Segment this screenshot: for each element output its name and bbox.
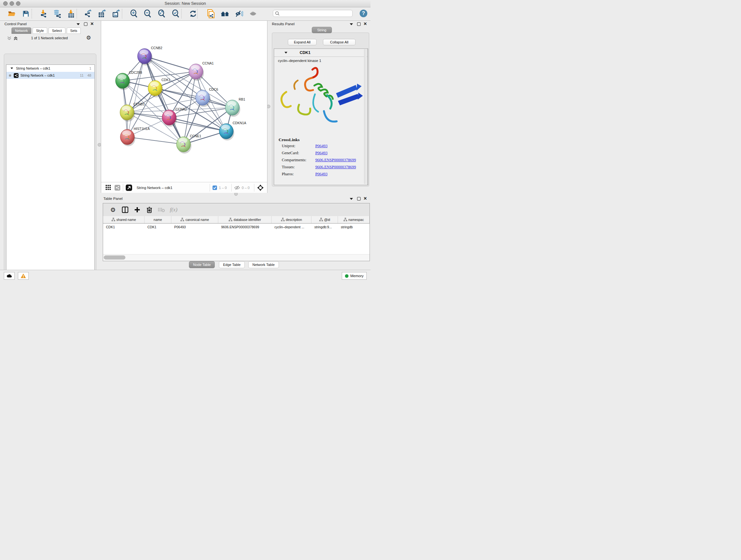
- hierarchy-icon: [343, 218, 347, 222]
- show-columns-icon[interactable]: [119, 205, 131, 214]
- import-network-from-file-icon[interactable]: [38, 9, 49, 18]
- function-builder-icon[interactable]: f(x): [167, 205, 180, 214]
- hidden-eye-icon[interactable]: [234, 186, 240, 190]
- open-session-icon[interactable]: [6, 9, 17, 18]
- pan-crosshair-icon[interactable]: [257, 184, 264, 191]
- results-scrollbar[interactable]: [364, 49, 367, 184]
- hidden-count: 0 – 0: [242, 186, 250, 190]
- tab-network-table[interactable]: Network Table: [248, 261, 279, 268]
- import-network-from-database-icon[interactable]: [52, 9, 63, 18]
- zoom-in-icon[interactable]: [129, 9, 139, 18]
- hierarchy-icon: [319, 218, 323, 222]
- memory-button[interactable]: Memory: [342, 272, 367, 280]
- column-header-description[interactable]: description: [272, 216, 312, 223]
- table-horizontal-scrollbar[interactable]: [103, 254, 369, 261]
- tab-sets[interactable]: Sets: [67, 27, 81, 34]
- export-table-icon[interactable]: [96, 9, 107, 18]
- network-edge[interactable]: [127, 56, 145, 137]
- network-share-icon: [14, 73, 18, 78]
- delete-table-icon[interactable]: [155, 205, 167, 214]
- save-session-icon[interactable]: [20, 9, 31, 18]
- tab-string[interactable]: String: [312, 27, 332, 33]
- node-count: 11: [80, 73, 83, 77]
- tab-select[interactable]: Select: [49, 27, 65, 34]
- crosslink-link[interactable]: P06493: [315, 151, 327, 155]
- expand-all-button[interactable]: Expand All: [288, 39, 317, 45]
- crosslink-link[interactable]: P06493: [315, 144, 327, 148]
- table-settings-gear-icon[interactable]: ⚙: [107, 205, 119, 214]
- tab-edge-table[interactable]: Edge Table: [219, 261, 245, 268]
- open-in-new-window-icon[interactable]: [126, 185, 132, 191]
- crosslink-link[interactable]: 9606.ENSP00000378699: [315, 165, 356, 170]
- network-overview-share-icon[interactable]: [115, 185, 120, 191]
- network-canvas[interactable]: CCNB2CCNA1CDC25BCDK1CDC6RB1CCNB1CCNA2CDK…: [101, 21, 267, 182]
- show-all-icon[interactable]: [248, 9, 259, 18]
- birdseye-grid-icon[interactable]: [106, 185, 111, 191]
- zoom-selected-icon[interactable]: [171, 9, 181, 18]
- clone-network-icon[interactable]: [205, 9, 216, 18]
- scrollbar-thumb[interactable]: [104, 255, 125, 260]
- column-header-namespac[interactable]: namespac: [338, 216, 369, 223]
- search-input[interactable]: [281, 11, 352, 16]
- collapse-panel-icon[interactable]: [77, 23, 80, 25]
- zoom-fit-icon[interactable]: [156, 9, 167, 18]
- string-home-icon[interactable]: [219, 9, 230, 18]
- crosslink-row: Pharos:P06493: [282, 172, 367, 177]
- close-panel-icon[interactable]: ✕: [90, 21, 94, 26]
- export-network-icon[interactable]: [82, 9, 93, 18]
- crosslink-link[interactable]: P06493: [315, 172, 327, 177]
- tab-style[interactable]: Style: [32, 27, 47, 34]
- delete-column-icon[interactable]: [143, 205, 155, 214]
- zoom-out-icon[interactable]: [142, 9, 153, 18]
- network-node-CCNA1[interactable]: CCNA1: [189, 61, 214, 81]
- close-results-icon[interactable]: ✕: [363, 21, 367, 26]
- selected-checkbox-icon[interactable]: [212, 186, 217, 190]
- column-header-database-identifier[interactable]: database identifier: [218, 216, 272, 223]
- title-bar: Session: New Session: [0, 0, 370, 7]
- column-header-label: @id: [324, 218, 330, 222]
- column-header--id[interactable]: @id: [312, 216, 338, 223]
- warnings-button[interactable]: [18, 272, 29, 280]
- network-edge[interactable]: [127, 137, 184, 144]
- column-header-shared-name[interactable]: shared name: [103, 216, 145, 223]
- network-edge[interactable]: [145, 56, 184, 144]
- tab-node-table[interactable]: Node Table: [189, 261, 215, 268]
- node-label: CCNB2: [151, 46, 162, 50]
- import-table-from-file-icon[interactable]: [66, 9, 77, 18]
- network-node-CDKN1A[interactable]: CDKN1A: [219, 121, 246, 140]
- collapse-all-button[interactable]: Collapse All: [323, 39, 355, 45]
- collapse-table-panel-icon[interactable]: [350, 198, 353, 200]
- column-header-canonical-name[interactable]: canonical name: [172, 216, 218, 223]
- table-row[interactable]: CDK1CDK1P064939606.ENSP00000378699cyclin…: [103, 224, 369, 231]
- network-row[interactable]: String Network – cdk1 11 48: [6, 72, 94, 79]
- node-label: CDC25B: [129, 71, 142, 74]
- section-expander-icon[interactable]: [285, 52, 287, 53]
- network-node-CDK1[interactable]: CDK1: [148, 78, 171, 98]
- network-node-HIST1H1A[interactable]: HIST1H1A: [120, 127, 150, 146]
- gene-name: CDK1: [300, 51, 311, 55]
- refresh-layout-icon[interactable]: [188, 9, 199, 18]
- collection-count: 1: [89, 66, 91, 70]
- network-node-CCNB2[interactable]: CCNB2: [138, 46, 162, 65]
- collapse-results-icon[interactable]: [350, 23, 353, 25]
- search-field[interactable]: [273, 10, 353, 17]
- close-table-panel-icon[interactable]: ✕: [363, 196, 367, 201]
- cloud-status-button[interactable]: [4, 272, 15, 280]
- hide-selected-icon[interactable]: [233, 9, 245, 18]
- hierarchy-icon: [228, 218, 232, 222]
- column-header-name[interactable]: name: [145, 216, 172, 223]
- float-panel-icon[interactable]: [84, 22, 87, 26]
- network-options-gear-icon[interactable]: ⚙: [86, 35, 91, 41]
- network-collection-row[interactable]: String Network – cdk1 1: [6, 65, 94, 72]
- cloud-icon: [6, 274, 12, 278]
- tab-network[interactable]: Network: [11, 27, 31, 34]
- column-header-label: database identifier: [233, 218, 261, 222]
- float-table-panel-icon[interactable]: [357, 197, 360, 200]
- crosslink-link[interactable]: 9606.ENSP00000378699: [315, 158, 356, 163]
- float-results-icon[interactable]: [357, 22, 360, 26]
- network-node-RB1[interactable]: RB1: [225, 98, 246, 117]
- help-icon[interactable]: ?: [360, 10, 367, 17]
- add-column-icon[interactable]: [131, 205, 143, 214]
- tree-expander-icon[interactable]: [10, 68, 13, 69]
- export-image-icon[interactable]: [111, 9, 121, 18]
